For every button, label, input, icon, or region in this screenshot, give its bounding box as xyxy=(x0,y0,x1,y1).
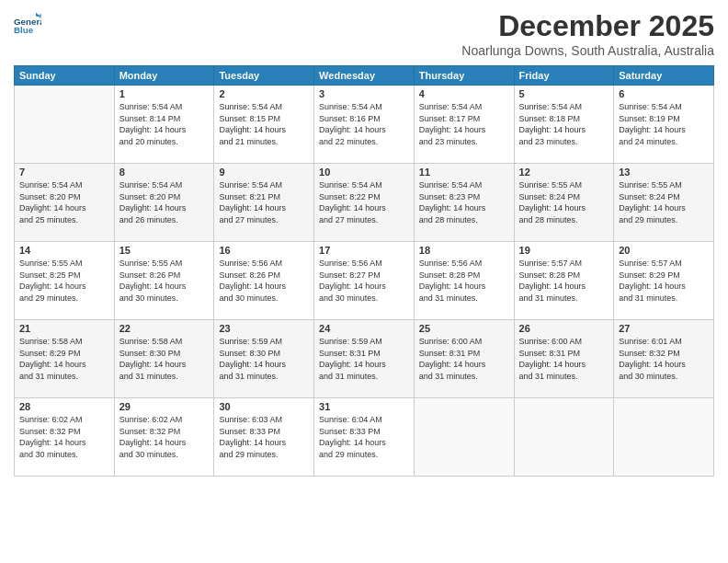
calendar-week-row: 21Sunrise: 5:58 AM Sunset: 8:29 PM Dayli… xyxy=(15,320,714,398)
weekday-header-row: SundayMondayTuesdayWednesdayThursdayFrid… xyxy=(15,66,714,86)
day-info: Sunrise: 5:54 AM Sunset: 8:18 PM Dayligh… xyxy=(519,101,609,147)
calendar-cell: 2Sunrise: 5:54 AM Sunset: 8:15 PM Daylig… xyxy=(214,86,314,164)
calendar-cell: 3Sunrise: 5:54 AM Sunset: 8:16 PM Daylig… xyxy=(314,86,415,164)
day-info: Sunrise: 6:03 AM Sunset: 8:33 PM Dayligh… xyxy=(219,414,309,460)
day-number: 9 xyxy=(219,167,309,178)
day-number: 8 xyxy=(119,167,210,178)
day-info: Sunrise: 5:54 AM Sunset: 8:20 PM Dayligh… xyxy=(119,179,210,225)
day-number: 14 xyxy=(19,245,109,256)
day-number: 11 xyxy=(419,167,509,178)
day-info: Sunrise: 5:57 AM Sunset: 8:29 PM Dayligh… xyxy=(619,258,709,304)
day-number: 23 xyxy=(219,323,309,334)
day-number: 10 xyxy=(319,167,409,178)
day-info: Sunrise: 5:54 AM Sunset: 8:19 PM Dayligh… xyxy=(619,101,709,147)
calendar-cell: 11Sunrise: 5:54 AM Sunset: 8:23 PM Dayli… xyxy=(414,164,514,242)
logo-icon: General Blue xyxy=(14,9,41,37)
day-number: 31 xyxy=(319,401,409,412)
calendar-cell: 4Sunrise: 5:54 AM Sunset: 8:17 PM Daylig… xyxy=(414,86,514,164)
day-info: Sunrise: 5:54 AM Sunset: 8:20 PM Dayligh… xyxy=(19,179,109,225)
calendar-cell: 15Sunrise: 5:55 AM Sunset: 8:26 PM Dayli… xyxy=(114,242,214,320)
day-number: 30 xyxy=(219,401,309,412)
day-number: 7 xyxy=(19,167,109,178)
day-number: 20 xyxy=(619,245,709,256)
day-number: 28 xyxy=(19,401,109,412)
day-info: Sunrise: 6:02 AM Sunset: 8:32 PM Dayligh… xyxy=(119,414,210,460)
calendar-cell: 6Sunrise: 5:54 AM Sunset: 8:19 PM Daylig… xyxy=(614,86,714,164)
day-number: 2 xyxy=(219,88,309,99)
day-info: Sunrise: 5:54 AM Sunset: 8:17 PM Dayligh… xyxy=(419,101,509,147)
weekday-header: Thursday xyxy=(414,66,514,86)
calendar-week-row: 7Sunrise: 5:54 AM Sunset: 8:20 PM Daylig… xyxy=(15,164,714,242)
day-info: Sunrise: 5:55 AM Sunset: 8:25 PM Dayligh… xyxy=(19,258,109,304)
day-info: Sunrise: 5:54 AM Sunset: 8:23 PM Dayligh… xyxy=(419,179,509,225)
location-title: Noarlunga Downs, South Australia, Austra… xyxy=(461,43,714,58)
calendar-cell: 31Sunrise: 6:04 AM Sunset: 8:33 PM Dayli… xyxy=(314,398,415,477)
calendar-cell: 23Sunrise: 5:59 AM Sunset: 8:30 PM Dayli… xyxy=(214,320,314,398)
day-info: Sunrise: 5:58 AM Sunset: 8:30 PM Dayligh… xyxy=(119,336,210,382)
day-info: Sunrise: 5:56 AM Sunset: 8:28 PM Dayligh… xyxy=(419,258,509,304)
weekday-header: Sunday xyxy=(15,66,115,86)
calendar-cell: 13Sunrise: 5:55 AM Sunset: 8:24 PM Dayli… xyxy=(614,164,714,242)
day-number: 21 xyxy=(19,323,109,334)
calendar-cell: 29Sunrise: 6:02 AM Sunset: 8:32 PM Dayli… xyxy=(114,398,214,477)
calendar-cell: 22Sunrise: 5:58 AM Sunset: 8:30 PM Dayli… xyxy=(114,320,214,398)
day-number: 3 xyxy=(319,88,409,99)
calendar-cell: 30Sunrise: 6:03 AM Sunset: 8:33 PM Dayli… xyxy=(214,398,314,477)
day-info: Sunrise: 6:02 AM Sunset: 8:32 PM Dayligh… xyxy=(19,414,109,460)
calendar-cell: 27Sunrise: 6:01 AM Sunset: 8:32 PM Dayli… xyxy=(614,320,714,398)
day-info: Sunrise: 5:58 AM Sunset: 8:29 PM Dayligh… xyxy=(19,336,109,382)
day-info: Sunrise: 6:01 AM Sunset: 8:32 PM Dayligh… xyxy=(619,336,709,382)
day-info: Sunrise: 5:59 AM Sunset: 8:31 PM Dayligh… xyxy=(319,336,409,382)
calendar-table: SundayMondayTuesdayWednesdayThursdayFrid… xyxy=(14,65,714,477)
calendar-cell: 17Sunrise: 5:56 AM Sunset: 8:27 PM Dayli… xyxy=(314,242,415,320)
calendar-cell: 18Sunrise: 5:56 AM Sunset: 8:28 PM Dayli… xyxy=(414,242,514,320)
day-number: 12 xyxy=(519,167,609,178)
day-info: Sunrise: 6:00 AM Sunset: 8:31 PM Dayligh… xyxy=(519,336,609,382)
calendar-week-row: 28Sunrise: 6:02 AM Sunset: 8:32 PM Dayli… xyxy=(15,398,714,477)
calendar-cell: 25Sunrise: 6:00 AM Sunset: 8:31 PM Dayli… xyxy=(414,320,514,398)
calendar-cell: 21Sunrise: 5:58 AM Sunset: 8:29 PM Dayli… xyxy=(15,320,115,398)
day-number: 16 xyxy=(219,245,309,256)
calendar-cell: 28Sunrise: 6:02 AM Sunset: 8:32 PM Dayli… xyxy=(15,398,115,477)
weekday-header: Monday xyxy=(114,66,214,86)
day-number: 27 xyxy=(619,323,709,334)
day-number: 5 xyxy=(519,88,609,99)
month-title: December 2025 xyxy=(461,9,714,43)
day-number: 19 xyxy=(519,245,609,256)
calendar-cell xyxy=(514,398,614,477)
calendar-cell xyxy=(614,398,714,477)
calendar-week-row: 1Sunrise: 5:54 AM Sunset: 8:14 PM Daylig… xyxy=(15,86,714,164)
weekday-header: Wednesday xyxy=(314,66,415,86)
day-info: Sunrise: 6:04 AM Sunset: 8:33 PM Dayligh… xyxy=(319,414,409,460)
day-number: 13 xyxy=(619,167,709,178)
calendar-cell: 9Sunrise: 5:54 AM Sunset: 8:21 PM Daylig… xyxy=(214,164,314,242)
day-info: Sunrise: 5:56 AM Sunset: 8:26 PM Dayligh… xyxy=(219,258,309,304)
day-number: 29 xyxy=(119,401,210,412)
calendar-cell xyxy=(414,398,514,477)
calendar-cell: 12Sunrise: 5:55 AM Sunset: 8:24 PM Dayli… xyxy=(514,164,614,242)
calendar-cell: 16Sunrise: 5:56 AM Sunset: 8:26 PM Dayli… xyxy=(214,242,314,320)
title-block: December 2025 Noarlunga Downs, South Aus… xyxy=(461,9,714,58)
calendar-cell: 24Sunrise: 5:59 AM Sunset: 8:31 PM Dayli… xyxy=(314,320,415,398)
day-number: 6 xyxy=(619,88,709,99)
header: General Blue December 2025 Noarlunga Dow… xyxy=(14,9,714,58)
calendar-cell: 20Sunrise: 5:57 AM Sunset: 8:29 PM Dayli… xyxy=(614,242,714,320)
calendar-cell: 1Sunrise: 5:54 AM Sunset: 8:14 PM Daylig… xyxy=(114,86,214,164)
day-info: Sunrise: 5:54 AM Sunset: 8:21 PM Dayligh… xyxy=(219,179,309,225)
weekday-header: Friday xyxy=(514,66,614,86)
day-number: 24 xyxy=(319,323,409,334)
day-number: 18 xyxy=(419,245,509,256)
day-number: 1 xyxy=(119,88,210,99)
day-info: Sunrise: 5:57 AM Sunset: 8:28 PM Dayligh… xyxy=(519,258,609,304)
day-number: 4 xyxy=(419,88,509,99)
day-info: Sunrise: 5:55 AM Sunset: 8:24 PM Dayligh… xyxy=(619,179,709,225)
day-number: 26 xyxy=(519,323,609,334)
calendar-cell: 8Sunrise: 5:54 AM Sunset: 8:20 PM Daylig… xyxy=(114,164,214,242)
day-info: Sunrise: 5:54 AM Sunset: 8:15 PM Dayligh… xyxy=(219,101,309,147)
logo: General Blue xyxy=(14,9,41,37)
day-info: Sunrise: 5:54 AM Sunset: 8:16 PM Dayligh… xyxy=(319,101,409,147)
day-info: Sunrise: 5:54 AM Sunset: 8:22 PM Dayligh… xyxy=(319,179,409,225)
calendar-cell: 19Sunrise: 5:57 AM Sunset: 8:28 PM Dayli… xyxy=(514,242,614,320)
day-number: 22 xyxy=(119,323,210,334)
day-number: 25 xyxy=(419,323,509,334)
